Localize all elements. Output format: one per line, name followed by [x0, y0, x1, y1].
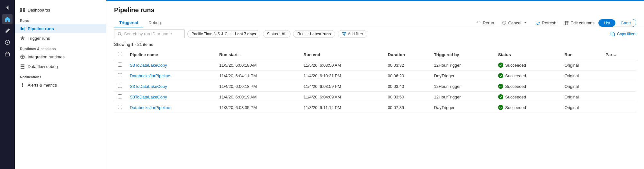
- col-status: Status: [494, 49, 560, 60]
- copy-icon: [611, 32, 615, 36]
- svg-point-1: [7, 42, 8, 43]
- cell-run: Original: [560, 81, 602, 92]
- status-filter-value: All: [282, 32, 286, 36]
- success-icon: [498, 105, 503, 110]
- edit-columns-button[interactable]: Edit columns: [560, 19, 598, 27]
- cell-status: Succeeded: [494, 60, 560, 71]
- edit-columns-label: Edit columns: [571, 21, 595, 25]
- status-filter-label: Status: [267, 32, 278, 36]
- row-checkbox-cell[interactable]: [114, 102, 126, 113]
- cell-par: [602, 92, 636, 102]
- cell-run-start: 11/3/20, 6:03:35 PM: [215, 102, 300, 113]
- cell-triggered-by: DayTrigger: [430, 102, 494, 113]
- cell-par: [602, 71, 636, 81]
- row-checkbox[interactable]: [118, 73, 122, 77]
- time-filter-value: Last 7 days: [235, 32, 256, 36]
- sidebar-item-alerts-metrics[interactable]: Alerts & metrics: [15, 80, 106, 90]
- col-triggered-by: Triggered by: [430, 49, 494, 60]
- add-filter-button[interactable]: Add filter: [338, 30, 367, 38]
- row-checkbox-cell[interactable]: [114, 60, 126, 71]
- col-par: Par…: [602, 49, 636, 60]
- cell-run: Original: [560, 71, 602, 81]
- list-view-button[interactable]: List: [599, 19, 615, 27]
- sidebar-item-trigger-runs[interactable]: Trigger runs: [15, 33, 106, 43]
- cell-duration: 00:03:40: [384, 81, 430, 92]
- pipeline-name-link[interactable]: DatabricksJarPipeline: [130, 73, 170, 78]
- cell-triggered-by: 12HourTrigger: [430, 81, 494, 92]
- refresh-button[interactable]: Refresh: [532, 19, 560, 27]
- table-container: Pipeline name Run start ↓ Run end Durati…: [106, 49, 644, 169]
- cell-run-end: 11/4/20, 6:10:31 PM: [300, 71, 384, 81]
- cell-triggered-by: 12HourTrigger: [430, 60, 494, 71]
- add-filter-icon: [342, 32, 346, 36]
- row-checkbox-cell[interactable]: [114, 81, 126, 92]
- search-icon: [118, 32, 122, 36]
- pipeline-name-link[interactable]: S3ToDataLakeCopy: [130, 63, 167, 68]
- runs-filter-separator: :: [308, 32, 309, 36]
- status-filter-chip[interactable]: Status : All: [263, 30, 291, 38]
- cell-status: Succeeded: [494, 92, 560, 102]
- runs-section-label: Runs: [15, 15, 106, 24]
- notifications-section-label: Notifications: [15, 71, 106, 80]
- status-label: Succeeded: [505, 84, 526, 89]
- pencil-icon[interactable]: [2, 26, 13, 36]
- tabs-container: Triggered Debug Rerun Cancel Refresh Edi…: [106, 18, 644, 28]
- col-run: Run: [560, 49, 602, 60]
- sidebar-item-integration-runtimes[interactable]: Integration runtimes: [15, 52, 106, 62]
- select-all-header[interactable]: [114, 49, 126, 60]
- cell-triggered-by: DayTrigger: [430, 71, 494, 81]
- svg-line-9: [503, 22, 505, 23]
- runs-filter-chip[interactable]: Runs : Latest runs: [293, 30, 335, 38]
- col-run-end: Run end: [300, 49, 384, 60]
- tab-triggered[interactable]: Triggered: [114, 18, 143, 28]
- sort-desc-icon: ↓: [240, 53, 242, 57]
- pipeline-name-link[interactable]: S3ToDataLakeCopy: [130, 95, 167, 99]
- col-run-start[interactable]: Run start ↓: [215, 49, 300, 60]
- cell-run-end: 11/4/20, 6:04:09 AM: [300, 92, 384, 102]
- row-checkbox[interactable]: [118, 105, 122, 109]
- col-pipeline-name: Pipeline name: [126, 49, 215, 60]
- svg-rect-14: [612, 33, 614, 36]
- runs-filter-label: Runs: [297, 32, 306, 36]
- row-checkbox[interactable]: [118, 94, 122, 98]
- item-count: Showing 1 - 21 items: [106, 41, 644, 49]
- sidebar-item-dashboards-label: Dashboards: [28, 8, 50, 13]
- cell-duration: 00:07:39: [384, 102, 430, 113]
- cell-run: Original: [560, 102, 602, 113]
- time-filter-separator: :: [233, 32, 234, 36]
- collapse-icon[interactable]: [2, 3, 13, 13]
- monitor-icon[interactable]: [2, 37, 13, 47]
- tab-debug[interactable]: Debug: [143, 18, 166, 28]
- gantt-view-button[interactable]: Gantt: [615, 19, 636, 27]
- svg-rect-3: [20, 8, 22, 10]
- svg-rect-6: [23, 10, 25, 12]
- cancel-button[interactable]: Cancel: [498, 19, 532, 27]
- briefcase-icon[interactable]: [2, 49, 13, 59]
- sidebar-item-data-flow-debug[interactable]: Data flow debug: [15, 62, 106, 71]
- row-checkbox-cell[interactable]: [114, 92, 126, 102]
- pipeline-name-link[interactable]: S3ToDataLakeCopy: [130, 84, 167, 89]
- time-filter-chip[interactable]: Pacific Time (US & C… : Last 7 days: [187, 30, 260, 38]
- select-all-checkbox[interactable]: [118, 52, 122, 56]
- svg-rect-4: [23, 8, 25, 10]
- success-icon: [498, 94, 503, 99]
- pipeline-name-link[interactable]: DatabricksJarPipeline: [130, 105, 170, 110]
- home-icon[interactable]: [2, 14, 13, 24]
- svg-line-11: [121, 34, 122, 36]
- row-checkbox[interactable]: [118, 63, 122, 67]
- sidebar-item-pipeline-runs[interactable]: Pipeline runs: [15, 24, 106, 33]
- svg-rect-5: [20, 10, 22, 12]
- add-filter-label: Add filter: [348, 32, 363, 36]
- row-checkbox[interactable]: [118, 84, 122, 88]
- sidebar-item-dashboards[interactable]: Dashboards: [15, 5, 106, 15]
- sidebar-item-integration-runtimes-label: Integration runtimes: [28, 55, 65, 59]
- sidebar-item-pipeline-runs-label: Pipeline runs: [28, 26, 54, 31]
- cell-par: [602, 60, 636, 71]
- search-input[interactable]: Search by run ID or name: [114, 30, 185, 38]
- rerun-button[interactable]: Rerun: [472, 19, 498, 27]
- status-label: Succeeded: [505, 105, 526, 110]
- sidebar-item-trigger-runs-label: Trigger runs: [28, 36, 50, 41]
- copy-filters-button[interactable]: Copy filters: [611, 32, 636, 36]
- table-row: DatabricksJarPipeline 11/4/20, 6:04:11 P…: [114, 71, 636, 81]
- row-checkbox-cell[interactable]: [114, 71, 126, 81]
